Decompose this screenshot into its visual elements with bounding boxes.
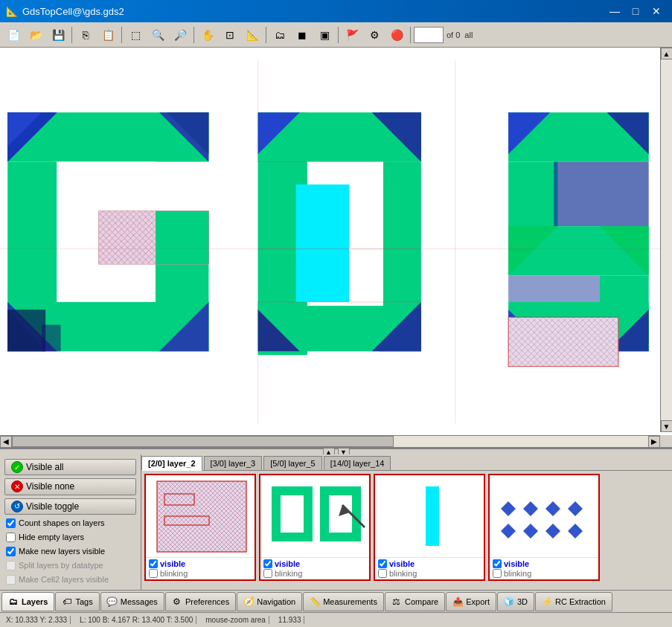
open-button[interactable]: 📂	[25, 25, 46, 45]
tab-compare[interactable]: ⚖ Compare	[385, 592, 445, 611]
count-shapes-checkbox[interactable]	[6, 518, 16, 528]
visible-toggle-icon: ↺	[11, 501, 23, 512]
status-bar: X: 10.333 Y: 2.333 L: 100 B: 4.167 R: 13…	[0, 612, 672, 627]
make-cell2-checkbox[interactable]	[6, 575, 16, 585]
scroll-left-button[interactable]: ◀	[0, 436, 12, 448]
layer-blink-check-1[interactable]	[263, 569, 272, 578]
fit-button[interactable]: ⊡	[220, 25, 240, 45]
layer-blink-label-1: blinking	[275, 569, 302, 578]
layer-tab-2[interactable]: [5/0] layer_5	[263, 456, 322, 470]
window-title: GdsTopCell@\gds.gds2	[22, 6, 124, 17]
pan-button[interactable]: ✋	[197, 25, 218, 45]
toolbar-separator-5	[338, 27, 339, 43]
tab-navigation[interactable]: 🧭 Navigation	[237, 592, 302, 611]
scroll-track-v[interactable]	[661, 60, 672, 420]
scroll-thumb-h[interactable]	[12, 436, 394, 447]
scroll-up-button[interactable]: ▲	[661, 48, 673, 60]
svg-rect-72	[352, 495, 361, 533]
zoom-out-button[interactable]: 🔎	[170, 25, 191, 45]
measure-button[interactable]: ⚙	[364, 25, 385, 45]
tab-measurements[interactable]: 📏 Measurements	[303, 592, 384, 611]
visible-toggle-button[interactable]: ↺ Visible toggle	[4, 498, 136, 515]
of-label: of 0	[445, 30, 461, 39]
save-button[interactable]: 💾	[48, 25, 68, 45]
layer-blink-check-3[interactable]	[493, 569, 502, 578]
paste-button[interactable]: 📋	[97, 25, 118, 45]
layer-tab-0[interactable]: [2/0] layer_2	[141, 456, 202, 471]
cell-button[interactable]: ◼	[292, 25, 313, 45]
toolbar-separator-6	[410, 27, 411, 43]
layer-vis-cb-1: visible	[263, 559, 366, 568]
ruler-button[interactable]: 📐	[242, 25, 263, 45]
hide-empty-checkbox[interactable]	[6, 533, 16, 542]
tab-measurements-label: Measurements	[323, 597, 377, 606]
layer-blink-check-0[interactable]	[149, 569, 158, 578]
layer-visible-check-3[interactable]	[493, 559, 502, 568]
page-number-input[interactable]	[414, 27, 444, 43]
3d-icon: 🧊	[504, 597, 514, 607]
stop-button[interactable]: 🔴	[386, 25, 407, 45]
svg-rect-66	[272, 495, 281, 533]
scroll-right-button[interactable]: ▶	[648, 436, 660, 448]
tab-tags-label: Tags	[75, 597, 92, 606]
layer-visible-check-0[interactable]	[149, 559, 158, 568]
split-layers-checkbox[interactable]	[6, 561, 16, 570]
hierarchy-button[interactable]: 🗂	[269, 25, 290, 45]
tab-export[interactable]: 📤 Export	[446, 592, 496, 611]
panel-divider[interactable]: ▲ ▼	[0, 448, 672, 454]
canvas-area[interactable]: ▲ ▼ ◀ ▶	[0, 48, 672, 448]
svg-rect-35	[508, 161, 557, 230]
visible-all-button[interactable]: ✓ Visible all	[4, 459, 136, 475]
tab-messages[interactable]: 💬 Messages	[100, 592, 164, 611]
select-button[interactable]: ⬚	[125, 25, 146, 45]
layer-panel-right[interactable]: [2/0] layer_2 [3/0] layer_3 [5/0] layer_…	[141, 454, 672, 590]
split-layers-row: Split layers by datatype	[4, 560, 136, 571]
svg-rect-45	[508, 317, 618, 366]
tab-3d[interactable]: 🧊 3D	[497, 592, 534, 611]
svg-rect-18	[42, 325, 60, 352]
app-icon: 📐	[6, 6, 18, 17]
make-visible-checkbox[interactable]	[6, 547, 16, 556]
svg-rect-76	[426, 486, 439, 546]
scroll-track-h[interactable]	[12, 436, 648, 447]
tab-compare-label: Compare	[405, 597, 438, 606]
tab-export-label: Export	[466, 597, 490, 606]
visible-none-button[interactable]: ✕ Visible none	[4, 478, 136, 495]
minimize-button[interactable]: —	[605, 3, 624, 19]
tab-navigation-label: Navigation	[257, 597, 295, 606]
flag-button[interactable]: 🚩	[342, 25, 362, 45]
layer-vis-cb-2: visible	[378, 559, 481, 568]
visible-all-icon: ✓	[11, 461, 23, 473]
copy-button[interactable]: ⎘	[75, 25, 96, 45]
layer-svg-0	[146, 475, 255, 557]
svg-rect-69	[320, 486, 361, 495]
layer-tabs: [2/0] layer_2 [3/0] layer_3 [5/0] layer_…	[141, 454, 672, 471]
new-button[interactable]: 📄	[3, 25, 24, 45]
layer-visible-check-2[interactable]	[378, 559, 387, 568]
tab-preferences[interactable]: ⚙ Preferences	[165, 592, 236, 611]
layer-preview-3	[490, 475, 598, 557]
layer-svg-1	[260, 475, 369, 557]
gds-canvas[interactable]	[0, 48, 660, 435]
tab-layers[interactable]: 🗂 Layers	[1, 592, 54, 611]
tab-tags[interactable]: 🏷 Tags	[55, 592, 99, 611]
layer-tab-1[interactable]: [3/0] layer_3	[204, 456, 263, 470]
tab-messages-label: Messages	[121, 597, 158, 606]
count-shapes-row: Count shapes on layers	[4, 518, 136, 529]
horizontal-scrollbar[interactable]: ◀ ▶	[0, 435, 660, 447]
close-button[interactable]: ✕	[647, 3, 666, 19]
scroll-down-button[interactable]: ▼	[661, 420, 673, 432]
svg-marker-46	[554, 161, 648, 226]
layer-blink-label-0: blinking	[160, 569, 188, 578]
layer-button[interactable]: ▣	[314, 25, 335, 45]
layer-blink-check-2[interactable]	[378, 569, 387, 578]
tab-rc-extraction[interactable]: ⚡ RC Extraction	[535, 592, 612, 611]
tab-rc-extraction-label: RC Extraction	[555, 597, 606, 606]
vertical-scrollbar[interactable]: ▲ ▼	[660, 48, 672, 432]
svg-rect-71	[320, 533, 361, 541]
layer-tab-3[interactable]: [14/0] layer_14	[324, 456, 391, 470]
zoom-in-button[interactable]: 🔍	[147, 25, 168, 45]
layer-visible-check-1[interactable]	[263, 559, 272, 568]
maximize-button[interactable]: □	[626, 3, 645, 19]
make-cell2-row: Make Cell2 layers visible	[4, 574, 136, 585]
